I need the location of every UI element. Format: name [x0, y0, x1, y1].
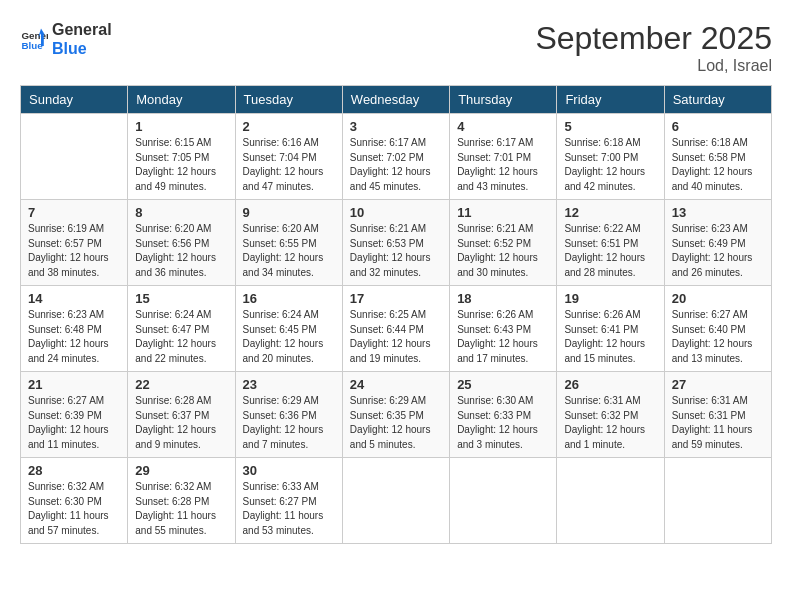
- calendar-day-cell: 24Sunrise: 6:29 AM Sunset: 6:35 PM Dayli…: [342, 372, 449, 458]
- calendar-day-cell: 16Sunrise: 6:24 AM Sunset: 6:45 PM Dayli…: [235, 286, 342, 372]
- day-number: 9: [243, 205, 335, 220]
- day-number: 15: [135, 291, 227, 306]
- day-info: Sunrise: 6:32 AM Sunset: 6:28 PM Dayligh…: [135, 480, 227, 538]
- calendar-day-cell: [342, 458, 449, 544]
- calendar-week-row: 28Sunrise: 6:32 AM Sunset: 6:30 PM Dayli…: [21, 458, 772, 544]
- calendar-day-cell: [664, 458, 771, 544]
- day-number: 14: [28, 291, 120, 306]
- svg-text:Blue: Blue: [21, 40, 43, 51]
- day-info: Sunrise: 6:20 AM Sunset: 6:56 PM Dayligh…: [135, 222, 227, 280]
- day-info: Sunrise: 6:21 AM Sunset: 6:52 PM Dayligh…: [457, 222, 549, 280]
- calendar-day-cell: 10Sunrise: 6:21 AM Sunset: 6:53 PM Dayli…: [342, 200, 449, 286]
- calendar-day-cell: 18Sunrise: 6:26 AM Sunset: 6:43 PM Dayli…: [450, 286, 557, 372]
- day-info: Sunrise: 6:22 AM Sunset: 6:51 PM Dayligh…: [564, 222, 656, 280]
- day-number: 16: [243, 291, 335, 306]
- day-info: Sunrise: 6:21 AM Sunset: 6:53 PM Dayligh…: [350, 222, 442, 280]
- day-info: Sunrise: 6:27 AM Sunset: 6:40 PM Dayligh…: [672, 308, 764, 366]
- calendar-day-cell: 26Sunrise: 6:31 AM Sunset: 6:32 PM Dayli…: [557, 372, 664, 458]
- day-number: 1: [135, 119, 227, 134]
- day-info: Sunrise: 6:26 AM Sunset: 6:43 PM Dayligh…: [457, 308, 549, 366]
- day-number: 17: [350, 291, 442, 306]
- calendar-day-cell: 11Sunrise: 6:21 AM Sunset: 6:52 PM Dayli…: [450, 200, 557, 286]
- day-number: 27: [672, 377, 764, 392]
- calendar-day-cell: 27Sunrise: 6:31 AM Sunset: 6:31 PM Dayli…: [664, 372, 771, 458]
- location: Lod, Israel: [535, 57, 772, 75]
- day-number: 7: [28, 205, 120, 220]
- day-number: 22: [135, 377, 227, 392]
- day-info: Sunrise: 6:17 AM Sunset: 7:01 PM Dayligh…: [457, 136, 549, 194]
- day-number: 4: [457, 119, 549, 134]
- day-info: Sunrise: 6:32 AM Sunset: 6:30 PM Dayligh…: [28, 480, 120, 538]
- calendar-day-cell: 14Sunrise: 6:23 AM Sunset: 6:48 PM Dayli…: [21, 286, 128, 372]
- weekday-header: Friday: [557, 86, 664, 114]
- calendar-day-cell: 4Sunrise: 6:17 AM Sunset: 7:01 PM Daylig…: [450, 114, 557, 200]
- calendar-day-cell: 7Sunrise: 6:19 AM Sunset: 6:57 PM Daylig…: [21, 200, 128, 286]
- day-info: Sunrise: 6:17 AM Sunset: 7:02 PM Dayligh…: [350, 136, 442, 194]
- calendar-day-cell: 22Sunrise: 6:28 AM Sunset: 6:37 PM Dayli…: [128, 372, 235, 458]
- calendar-day-cell: 17Sunrise: 6:25 AM Sunset: 6:44 PM Dayli…: [342, 286, 449, 372]
- day-info: Sunrise: 6:27 AM Sunset: 6:39 PM Dayligh…: [28, 394, 120, 452]
- calendar-header-row: SundayMondayTuesdayWednesdayThursdayFrid…: [21, 86, 772, 114]
- day-number: 18: [457, 291, 549, 306]
- weekday-header: Sunday: [21, 86, 128, 114]
- day-info: Sunrise: 6:25 AM Sunset: 6:44 PM Dayligh…: [350, 308, 442, 366]
- weekday-header: Wednesday: [342, 86, 449, 114]
- calendar-day-cell: 12Sunrise: 6:22 AM Sunset: 6:51 PM Dayli…: [557, 200, 664, 286]
- calendar-week-row: 1Sunrise: 6:15 AM Sunset: 7:05 PM Daylig…: [21, 114, 772, 200]
- calendar-day-cell: [21, 114, 128, 200]
- day-info: Sunrise: 6:28 AM Sunset: 6:37 PM Dayligh…: [135, 394, 227, 452]
- calendar-week-row: 7Sunrise: 6:19 AM Sunset: 6:57 PM Daylig…: [21, 200, 772, 286]
- day-number: 30: [243, 463, 335, 478]
- day-number: 19: [564, 291, 656, 306]
- calendar-day-cell: 30Sunrise: 6:33 AM Sunset: 6:27 PM Dayli…: [235, 458, 342, 544]
- calendar-day-cell: 5Sunrise: 6:18 AM Sunset: 7:00 PM Daylig…: [557, 114, 664, 200]
- calendar-day-cell: [557, 458, 664, 544]
- calendar-day-cell: 13Sunrise: 6:23 AM Sunset: 6:49 PM Dayli…: [664, 200, 771, 286]
- day-number: 26: [564, 377, 656, 392]
- day-info: Sunrise: 6:20 AM Sunset: 6:55 PM Dayligh…: [243, 222, 335, 280]
- day-info: Sunrise: 6:30 AM Sunset: 6:33 PM Dayligh…: [457, 394, 549, 452]
- day-number: 23: [243, 377, 335, 392]
- month-title: September 2025: [535, 20, 772, 57]
- calendar-day-cell: 28Sunrise: 6:32 AM Sunset: 6:30 PM Dayli…: [21, 458, 128, 544]
- calendar-day-cell: 1Sunrise: 6:15 AM Sunset: 7:05 PM Daylig…: [128, 114, 235, 200]
- calendar-day-cell: 6Sunrise: 6:18 AM Sunset: 6:58 PM Daylig…: [664, 114, 771, 200]
- weekday-header: Saturday: [664, 86, 771, 114]
- page-header: General Blue General Blue September 2025…: [20, 20, 772, 75]
- day-number: 13: [672, 205, 764, 220]
- logo-general: General: [52, 20, 112, 39]
- calendar-day-cell: 2Sunrise: 6:16 AM Sunset: 7:04 PM Daylig…: [235, 114, 342, 200]
- logo-blue: Blue: [52, 39, 112, 58]
- calendar-day-cell: 8Sunrise: 6:20 AM Sunset: 6:56 PM Daylig…: [128, 200, 235, 286]
- day-info: Sunrise: 6:26 AM Sunset: 6:41 PM Dayligh…: [564, 308, 656, 366]
- title-block: September 2025 Lod, Israel: [535, 20, 772, 75]
- calendar-day-cell: 19Sunrise: 6:26 AM Sunset: 6:41 PM Dayli…: [557, 286, 664, 372]
- day-info: Sunrise: 6:19 AM Sunset: 6:57 PM Dayligh…: [28, 222, 120, 280]
- day-info: Sunrise: 6:24 AM Sunset: 6:45 PM Dayligh…: [243, 308, 335, 366]
- day-info: Sunrise: 6:18 AM Sunset: 6:58 PM Dayligh…: [672, 136, 764, 194]
- day-number: 21: [28, 377, 120, 392]
- day-info: Sunrise: 6:18 AM Sunset: 7:00 PM Dayligh…: [564, 136, 656, 194]
- day-number: 12: [564, 205, 656, 220]
- calendar-table: SundayMondayTuesdayWednesdayThursdayFrid…: [20, 85, 772, 544]
- calendar-day-cell: 20Sunrise: 6:27 AM Sunset: 6:40 PM Dayli…: [664, 286, 771, 372]
- weekday-header: Thursday: [450, 86, 557, 114]
- day-number: 29: [135, 463, 227, 478]
- day-info: Sunrise: 6:31 AM Sunset: 6:31 PM Dayligh…: [672, 394, 764, 452]
- calendar-day-cell: 25Sunrise: 6:30 AM Sunset: 6:33 PM Dayli…: [450, 372, 557, 458]
- calendar-day-cell: 3Sunrise: 6:17 AM Sunset: 7:02 PM Daylig…: [342, 114, 449, 200]
- calendar-day-cell: 21Sunrise: 6:27 AM Sunset: 6:39 PM Dayli…: [21, 372, 128, 458]
- day-info: Sunrise: 6:33 AM Sunset: 6:27 PM Dayligh…: [243, 480, 335, 538]
- calendar-day-cell: 15Sunrise: 6:24 AM Sunset: 6:47 PM Dayli…: [128, 286, 235, 372]
- day-info: Sunrise: 6:24 AM Sunset: 6:47 PM Dayligh…: [135, 308, 227, 366]
- day-number: 28: [28, 463, 120, 478]
- day-number: 10: [350, 205, 442, 220]
- logo: General Blue General Blue: [20, 20, 112, 58]
- day-info: Sunrise: 6:16 AM Sunset: 7:04 PM Dayligh…: [243, 136, 335, 194]
- calendar-day-cell: 29Sunrise: 6:32 AM Sunset: 6:28 PM Dayli…: [128, 458, 235, 544]
- logo-icon: General Blue: [20, 25, 48, 53]
- day-number: 20: [672, 291, 764, 306]
- day-info: Sunrise: 6:23 AM Sunset: 6:48 PM Dayligh…: [28, 308, 120, 366]
- day-number: 11: [457, 205, 549, 220]
- day-info: Sunrise: 6:23 AM Sunset: 6:49 PM Dayligh…: [672, 222, 764, 280]
